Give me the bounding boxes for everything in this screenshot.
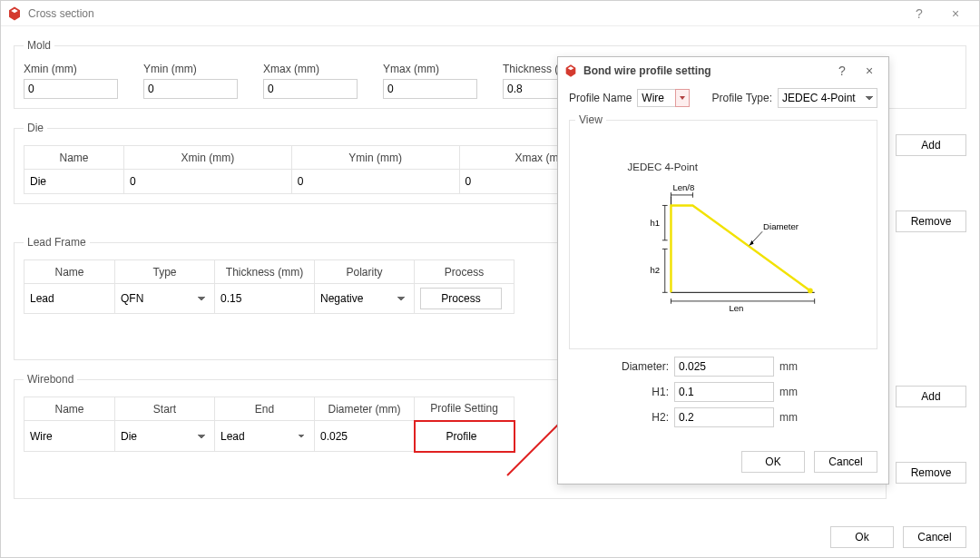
die-xmin-input[interactable] [130, 173, 286, 190]
window-footer: Ok Cancel [1, 521, 979, 557]
die-add-button[interactable]: Add [896, 134, 966, 156]
param-diameter-unit: mm [779, 360, 807, 373]
dialog-ok-button[interactable]: OK [741, 451, 805, 473]
chart-diameter-label: Diameter [763, 221, 799, 231]
die-name-input[interactable] [30, 173, 118, 190]
table-row[interactable]: QFN Negative Process [24, 284, 514, 314]
profile-name-combo[interactable] [637, 89, 690, 107]
mold-legend: Mold [24, 39, 54, 52]
chart-title: JEDEC 4-Point [628, 162, 699, 172]
mold-xmin-label: Xmin (mm) [24, 63, 118, 75]
lf-type-select[interactable]: QFN [121, 290, 209, 307]
die-legend: Die [24, 122, 47, 134]
svg-point-3 [808, 289, 813, 294]
wb-h-start: Start [115, 397, 215, 421]
lf-polarity-select[interactable]: Negative [320, 290, 408, 307]
param-h2-label: H2: [569, 411, 669, 424]
param-diameter-label: Diameter: [569, 360, 669, 373]
wb-add-button[interactable]: Add [896, 386, 966, 407]
wb-end-select[interactable]: Lead [220, 428, 309, 445]
app-icon [564, 64, 578, 78]
ok-button[interactable]: Ok [830, 526, 894, 548]
dialog-cancel-button[interactable]: Cancel [814, 451, 877, 473]
lf-h-proc: Process [415, 260, 514, 284]
lf-thk-input[interactable] [220, 290, 309, 307]
param-diameter-input[interactable] [674, 357, 774, 377]
dialog-titlebar: Bond wire profile setting ? × [558, 57, 888, 84]
cancel-button[interactable]: Cancel [903, 526, 966, 548]
mold-xmin-input[interactable] [24, 79, 118, 99]
chart-h1-label: h1 [650, 218, 660, 228]
wb-profile-button[interactable]: Profile [421, 426, 503, 447]
dialog-help-button[interactable]: ? [828, 64, 856, 78]
lf-header-row: Name Type Thickness (mm) Polarity Proces… [24, 260, 514, 284]
mold-ymax-label: Ymax (mm) [383, 63, 477, 75]
wb-h-end: End [215, 397, 315, 421]
lf-process-button[interactable]: Process [420, 288, 502, 309]
mold-ymin-label: Ymin (mm) [143, 63, 238, 75]
view-legend: View [575, 113, 606, 126]
chart-h2-label: h2 [650, 265, 660, 275]
profile-type-select[interactable]: JEDEC 4-Point [778, 88, 877, 108]
die-h-ymin: Ymin (mm) [291, 146, 459, 170]
wb-h-dia: Diameter (mm) [315, 397, 415, 421]
wb-remove-button[interactable]: Remove [896, 462, 966, 484]
leadframe-legend: Lead Frame [24, 236, 90, 249]
profile-type-label: Profile Type: [712, 92, 772, 104]
lf-h-thk: Thickness (mm) [215, 260, 315, 284]
param-h1-label: H1: [569, 386, 669, 398]
param-h2-unit: mm [779, 411, 807, 424]
close-button[interactable]: × [937, 6, 974, 21]
param-h2-input[interactable] [674, 407, 774, 427]
profile-name-dropdown-icon[interactable] [675, 89, 690, 107]
wirebond-table: Name Start End Diameter (mm) Profile Set… [24, 396, 515, 453]
lf-h-name: Name [24, 260, 115, 284]
die-h-xmin: Xmin (mm) [124, 146, 292, 170]
app-icon [6, 5, 23, 22]
lf-h-pol: Polarity [315, 260, 415, 284]
wb-dia-input[interactable] [320, 428, 408, 445]
profile-chart: JEDEC 4-Point Len/8 h1 [575, 132, 871, 340]
window-title: Cross section [28, 7, 94, 20]
chart-len8-label: Len/8 [672, 182, 694, 192]
wb-name-input[interactable] [30, 428, 109, 445]
mold-ymax-input[interactable] [383, 79, 477, 99]
mold-xmax-label: Xmax (mm) [263, 63, 358, 75]
leadframe-table: Name Type Thickness (mm) Polarity Proces… [24, 259, 514, 314]
wb-h-prof: Profile Setting [415, 397, 514, 421]
dialog-close-button[interactable]: × [856, 64, 883, 78]
die-remove-button[interactable]: Remove [896, 210, 966, 232]
wb-header-row: Name Start End Diameter (mm) Profile Set… [24, 397, 514, 421]
wb-start-select[interactable]: Die [121, 428, 209, 445]
table-row[interactable]: Die Lead Profile [24, 421, 514, 452]
view-group: View JEDEC 4-Point Len/8 h1 [569, 113, 877, 349]
chart-len-label: Len [729, 303, 743, 313]
bond-wire-dialog: Bond wire profile setting ? × Profile Na… [557, 56, 889, 485]
wirebond-legend: Wirebond [24, 373, 77, 386]
die-ymin-input[interactable] [298, 173, 454, 190]
mold-ymin-input[interactable] [143, 79, 238, 99]
param-h1-unit: mm [779, 386, 807, 398]
profile-name-label: Profile Name [569, 92, 632, 104]
profile-name-input[interactable] [637, 89, 675, 107]
wb-h-name: Name [24, 397, 115, 421]
dialog-title: Bond wire profile setting [583, 64, 711, 77]
param-h1-input[interactable] [674, 382, 774, 402]
titlebar: Cross section ? × [1, 1, 979, 26]
die-h-name: Name [24, 146, 124, 170]
mold-xmax-input[interactable] [263, 79, 358, 99]
lf-name-input[interactable] [30, 290, 109, 307]
lf-h-type: Type [115, 260, 215, 284]
dialog-footer: OK Cancel [558, 442, 888, 484]
help-button[interactable]: ? [901, 6, 937, 21]
